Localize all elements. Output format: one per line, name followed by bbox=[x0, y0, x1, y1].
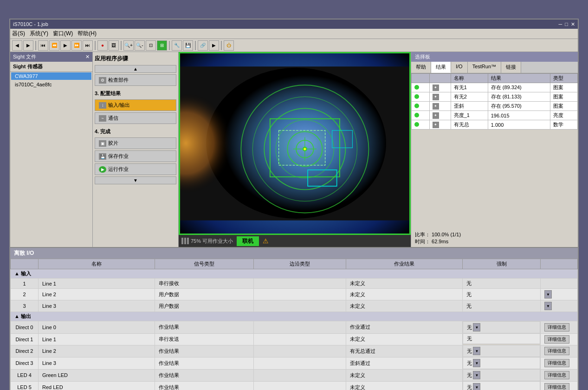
input-edge-0 bbox=[254, 279, 346, 289]
result-row-0[interactable]: ✦ 有无1 存在 (89.324) 图案 bbox=[412, 83, 578, 92]
sidebar-close-btn[interactable]: ✕ bbox=[85, 54, 90, 60]
toolbar-save[interactable]: 💾 bbox=[183, 40, 193, 51]
time-value: 62.9ms bbox=[432, 239, 448, 244]
output-dropdown-2[interactable]: ▼ bbox=[473, 347, 480, 355]
toolbar-power[interactable]: ⏻ bbox=[224, 40, 234, 51]
output-result-4: 未定义 bbox=[346, 369, 463, 381]
output-row-5: LED 5 Red LED 作业结果 未定义 无▼ 详细信息 bbox=[11, 381, 578, 390]
toolbar-run[interactable]: ▶ bbox=[209, 40, 219, 51]
toolbar-step[interactable]: ▶ bbox=[60, 40, 71, 51]
tab-io[interactable]: I/O bbox=[451, 62, 468, 73]
result-row-3[interactable]: ✦ 亮度_1 196.015 亮度 bbox=[412, 111, 578, 120]
toolbar-zoom-sel[interactable]: ⊞ bbox=[157, 40, 167, 51]
tab-link[interactable]: 链接 bbox=[501, 62, 521, 73]
sensor-item-2[interactable]: is7010C_4ae8fc bbox=[11, 81, 91, 88]
step-check-parts[interactable]: ⚙ 检查部件 bbox=[95, 74, 176, 86]
menu-help[interactable]: 帮助(H) bbox=[78, 30, 97, 38]
step-io-label: 输入/输出 bbox=[108, 102, 130, 109]
toolbar-prev[interactable]: ⏪ bbox=[49, 40, 59, 51]
toolbar-next[interactable]: ⏩ bbox=[71, 40, 82, 51]
input-force-2: 无 bbox=[463, 300, 541, 312]
maximize-btn[interactable]: □ bbox=[565, 21, 568, 27]
output-detail-0[interactable]: 详细信息 bbox=[544, 323, 569, 332]
camera-image-area[interactable] bbox=[179, 52, 411, 235]
result-icon-cell: ✦ bbox=[429, 92, 451, 102]
output-dropdown-0[interactable]: ▼ bbox=[473, 323, 480, 332]
tab-help[interactable]: 帮助 bbox=[411, 62, 431, 73]
result-type-cell: 图案 bbox=[550, 92, 577, 102]
tab-results[interactable]: 结果 bbox=[431, 62, 451, 73]
output-force-5: 无▼ bbox=[463, 381, 540, 390]
io-icon: ⫶ bbox=[99, 102, 106, 109]
output-dropdown-5[interactable]: ▼ bbox=[473, 383, 480, 390]
step-film-label: 胶片 bbox=[108, 140, 118, 147]
menu-window[interactable]: 窗口(W) bbox=[53, 30, 73, 38]
step-section-3: 4. 完成 bbox=[95, 127, 176, 136]
io-col-actions bbox=[541, 259, 578, 269]
menu-system[interactable]: 系统(Y) bbox=[30, 30, 48, 38]
input-dropdown-2[interactable]: ▼ bbox=[544, 302, 552, 310]
menu-device[interactable]: 器(S) bbox=[12, 30, 25, 38]
scroll-up-btn[interactable]: ▲ bbox=[95, 65, 176, 73]
tab-testrun[interactable]: TestRun™ bbox=[468, 62, 501, 73]
input-dropdown-1[interactable]: ▼ bbox=[544, 290, 552, 299]
input-edge-2 bbox=[254, 300, 346, 312]
prog-bar-1 bbox=[181, 238, 183, 244]
step-run[interactable]: ▶ 运行作业 bbox=[95, 163, 176, 175]
toolbar-zoom-fit[interactable]: ⊡ bbox=[146, 40, 156, 51]
step-comm[interactable]: ~ 通信 bbox=[95, 112, 176, 124]
toolbar-image[interactable]: 🖼 bbox=[109, 40, 119, 51]
step-save[interactable]: 💾 保存作业 bbox=[95, 150, 176, 162]
step-film[interactable]: ▣ 胶片 bbox=[95, 137, 176, 149]
step-io[interactable]: ⫶ 输入/输出 bbox=[95, 99, 176, 111]
toolbar-zoom-out[interactable]: 🔍- bbox=[135, 40, 145, 51]
rate-row: 比率： 100.0% (1/1) bbox=[415, 231, 574, 238]
col-type: 类型 bbox=[550, 74, 577, 83]
result-row-2[interactable]: ✦ 歪斜 存在 (95.570) 图案 bbox=[412, 102, 578, 111]
toolbar-fwd[interactable]: ▶ bbox=[23, 40, 33, 51]
toolbar-play[interactable]: ⏮ bbox=[38, 40, 48, 51]
save-step-icon: 💾 bbox=[99, 153, 106, 160]
result-dot-cell bbox=[412, 102, 430, 111]
output-result-3: 歪斜通过 bbox=[346, 357, 463, 369]
output-force-0: 无▼ bbox=[463, 321, 540, 333]
scroll-down-btn[interactable]: ▼ bbox=[95, 176, 176, 184]
camera-status-bar: 75% 可用作业大小 联机 ⚠ bbox=[179, 235, 411, 247]
warning-icon: ⚠ bbox=[263, 237, 269, 245]
online-button[interactable]: 联机 bbox=[237, 236, 259, 246]
result-row-4[interactable]: ✦ 有无总 1.000 数学 bbox=[412, 120, 578, 130]
input-edge-1 bbox=[254, 289, 346, 300]
output-detail-2[interactable]: 详细信息 bbox=[544, 347, 569, 355]
output-name-5: Red LED bbox=[39, 381, 155, 390]
results-content: 名称 结果 类型 ✦ 有无1 存在 (89.324) 图案 ✦ 有无2 存在 (… bbox=[411, 73, 578, 229]
input-force-0: 无 bbox=[463, 279, 541, 289]
toolbar-tools[interactable]: 🔧 bbox=[172, 40, 182, 51]
step-comm-label: 通信 bbox=[108, 115, 118, 122]
minimize-btn[interactable]: ─ bbox=[559, 21, 562, 27]
result-dot-cell bbox=[412, 92, 430, 102]
output-detail-1[interactable]: 详细信息 bbox=[544, 335, 569, 344]
status-dot-3 bbox=[414, 113, 419, 117]
toolbar-zoom-in[interactable]: 🔍+ bbox=[123, 40, 134, 51]
tool-icon-1: ✦ bbox=[433, 94, 439, 100]
close-btn[interactable]: ✕ bbox=[571, 21, 575, 27]
output-signal-0: 作业结果 bbox=[155, 321, 254, 334]
output-detail-5[interactable]: 详细信息 bbox=[544, 383, 569, 390]
toolbar-back[interactable]: ◀ bbox=[12, 40, 22, 51]
output-dropdown-4[interactable]: ▼ bbox=[473, 371, 480, 379]
io-col-empty bbox=[11, 259, 39, 269]
toolbar-end[interactable]: ⏭ bbox=[83, 40, 93, 51]
output-detail-3[interactable]: 详细信息 bbox=[544, 359, 569, 367]
steps-header: 应用程序步骤 bbox=[95, 54, 176, 64]
result-row-1[interactable]: ✦ 有无2 存在 (81.133) 图案 bbox=[412, 92, 578, 102]
sensor-item-1[interactable]: CWA3977 bbox=[11, 72, 91, 80]
progress-bars bbox=[181, 238, 189, 244]
input-section-header: ▲ 输入 bbox=[11, 269, 578, 279]
output-dropdown-3[interactable]: ▼ bbox=[473, 359, 480, 367]
prog-bar-3 bbox=[187, 238, 189, 244]
toolbar-connect[interactable]: 🔗 bbox=[198, 40, 208, 51]
output-signal-1: 串行发送 bbox=[155, 333, 254, 345]
result-name-cell: 有无总 bbox=[451, 120, 488, 130]
toolbar-record[interactable]: ● bbox=[97, 40, 108, 51]
output-detail-4[interactable]: 详细信息 bbox=[544, 371, 569, 379]
